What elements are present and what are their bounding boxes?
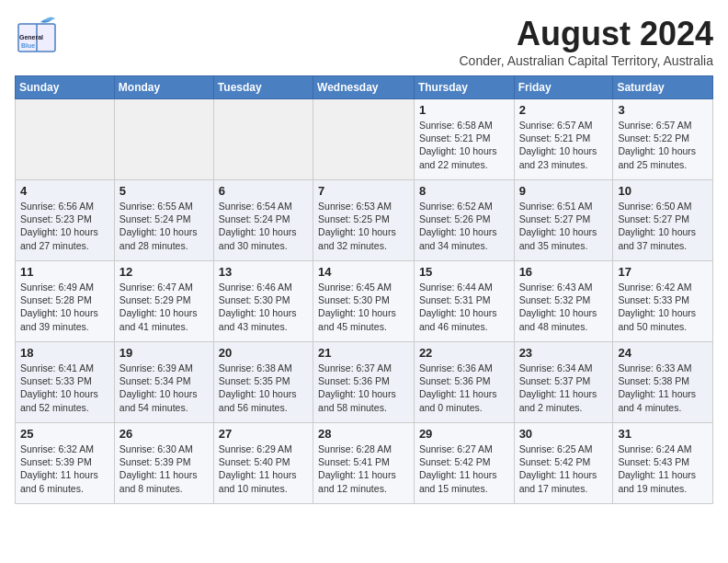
week-row-5: 25Sunrise: 6:32 AM Sunset: 5:39 PM Dayli… xyxy=(16,423,713,504)
day-cell: 24Sunrise: 6:33 AM Sunset: 5:38 PM Dayli… xyxy=(613,342,713,423)
weekday-friday: Friday xyxy=(514,76,613,99)
weekday-monday: Monday xyxy=(114,76,213,99)
day-cell: 15Sunrise: 6:44 AM Sunset: 5:31 PM Dayli… xyxy=(414,261,514,342)
weekday-wednesday: Wednesday xyxy=(313,76,415,99)
day-info: Sunrise: 6:45 AM Sunset: 5:30 PM Dayligh… xyxy=(318,281,409,333)
logo-icon: General Blue xyxy=(15,15,59,59)
svg-text:Blue: Blue xyxy=(21,42,35,49)
day-cell: 20Sunrise: 6:38 AM Sunset: 5:35 PM Dayli… xyxy=(213,342,313,423)
day-cell: 21Sunrise: 6:37 AM Sunset: 5:36 PM Dayli… xyxy=(313,342,415,423)
day-number: 24 xyxy=(618,346,708,360)
day-info: Sunrise: 6:58 AM Sunset: 5:21 PM Dayligh… xyxy=(419,119,509,171)
day-info: Sunrise: 6:56 AM Sunset: 5:23 PM Dayligh… xyxy=(20,200,109,252)
day-number: 9 xyxy=(519,184,609,198)
day-number: 28 xyxy=(318,427,409,441)
day-cell: 17Sunrise: 6:42 AM Sunset: 5:33 PM Dayli… xyxy=(613,261,713,342)
day-number: 1 xyxy=(419,103,509,117)
day-number: 25 xyxy=(20,427,109,441)
day-info: Sunrise: 6:53 AM Sunset: 5:25 PM Dayligh… xyxy=(318,200,409,252)
day-cell: 18Sunrise: 6:41 AM Sunset: 5:33 PM Dayli… xyxy=(16,342,115,423)
day-cell: 27Sunrise: 6:29 AM Sunset: 5:40 PM Dayli… xyxy=(213,423,313,504)
day-number: 19 xyxy=(119,346,209,360)
day-info: Sunrise: 6:43 AM Sunset: 5:32 PM Dayligh… xyxy=(519,281,609,333)
day-cell: 12Sunrise: 6:47 AM Sunset: 5:29 PM Dayli… xyxy=(114,261,213,342)
day-info: Sunrise: 6:51 AM Sunset: 5:27 PM Dayligh… xyxy=(519,200,609,252)
week-row-3: 11Sunrise: 6:49 AM Sunset: 5:28 PM Dayli… xyxy=(16,261,713,342)
day-info: Sunrise: 6:27 AM Sunset: 5:42 PM Dayligh… xyxy=(419,442,509,495)
day-info: Sunrise: 6:33 AM Sunset: 5:38 PM Dayligh… xyxy=(618,362,708,414)
day-cell xyxy=(114,99,213,180)
day-number: 13 xyxy=(219,265,308,279)
weekday-saturday: Saturday xyxy=(613,76,713,99)
day-info: Sunrise: 6:39 AM Sunset: 5:34 PM Dayligh… xyxy=(119,362,209,414)
day-info: Sunrise: 6:42 AM Sunset: 5:33 PM Dayligh… xyxy=(618,281,708,333)
day-info: Sunrise: 6:41 AM Sunset: 5:33 PM Dayligh… xyxy=(20,362,109,414)
day-info: Sunrise: 6:52 AM Sunset: 5:26 PM Dayligh… xyxy=(419,200,509,252)
day-cell: 5Sunrise: 6:55 AM Sunset: 5:24 PM Daylig… xyxy=(114,180,213,261)
day-info: Sunrise: 6:47 AM Sunset: 5:29 PM Dayligh… xyxy=(119,281,209,333)
day-number: 8 xyxy=(419,184,509,198)
day-info: Sunrise: 6:34 AM Sunset: 5:37 PM Dayligh… xyxy=(519,362,609,414)
week-row-4: 18Sunrise: 6:41 AM Sunset: 5:33 PM Dayli… xyxy=(16,342,713,423)
day-cell: 6Sunrise: 6:54 AM Sunset: 5:24 PM Daylig… xyxy=(213,180,313,261)
day-info: Sunrise: 6:28 AM Sunset: 5:41 PM Dayligh… xyxy=(318,442,409,495)
day-number: 3 xyxy=(618,103,708,117)
day-info: Sunrise: 6:32 AM Sunset: 5:39 PM Dayligh… xyxy=(20,442,109,495)
day-number: 31 xyxy=(618,427,708,441)
day-cell: 23Sunrise: 6:34 AM Sunset: 5:37 PM Dayli… xyxy=(514,342,613,423)
day-cell: 22Sunrise: 6:36 AM Sunset: 5:36 PM Dayli… xyxy=(414,342,514,423)
month-title: August 2024 xyxy=(459,15,713,53)
weekday-sunday: Sunday xyxy=(16,76,115,99)
day-info: Sunrise: 6:57 AM Sunset: 5:21 PM Dayligh… xyxy=(519,119,609,171)
day-info: Sunrise: 6:36 AM Sunset: 5:36 PM Dayligh… xyxy=(419,362,509,414)
day-number: 22 xyxy=(419,346,509,360)
day-cell: 9Sunrise: 6:51 AM Sunset: 5:27 PM Daylig… xyxy=(514,180,613,261)
calendar-body: 1Sunrise: 6:58 AM Sunset: 5:21 PM Daylig… xyxy=(16,99,713,504)
day-info: Sunrise: 6:25 AM Sunset: 5:42 PM Dayligh… xyxy=(519,442,609,495)
day-cell: 4Sunrise: 6:56 AM Sunset: 5:23 PM Daylig… xyxy=(16,180,115,261)
day-cell: 1Sunrise: 6:58 AM Sunset: 5:21 PM Daylig… xyxy=(414,99,514,180)
day-number: 21 xyxy=(318,346,409,360)
day-cell: 10Sunrise: 6:50 AM Sunset: 5:27 PM Dayli… xyxy=(613,180,713,261)
day-number: 7 xyxy=(318,184,409,198)
day-number: 17 xyxy=(618,265,708,279)
page-header: General Blue August 2024 Conder, Austral… xyxy=(15,15,713,68)
day-number: 23 xyxy=(519,346,609,360)
day-cell xyxy=(213,99,313,180)
day-info: Sunrise: 6:46 AM Sunset: 5:30 PM Dayligh… xyxy=(219,281,308,333)
day-number: 6 xyxy=(219,184,308,198)
week-row-2: 4Sunrise: 6:56 AM Sunset: 5:23 PM Daylig… xyxy=(16,180,713,261)
logo: General Blue xyxy=(15,15,59,59)
day-cell: 13Sunrise: 6:46 AM Sunset: 5:30 PM Dayli… xyxy=(213,261,313,342)
day-number: 27 xyxy=(219,427,308,441)
day-cell: 26Sunrise: 6:30 AM Sunset: 5:39 PM Dayli… xyxy=(114,423,213,504)
day-number: 26 xyxy=(119,427,209,441)
day-number: 4 xyxy=(20,184,109,198)
day-number: 18 xyxy=(20,346,109,360)
day-info: Sunrise: 6:37 AM Sunset: 5:36 PM Dayligh… xyxy=(318,362,409,414)
day-info: Sunrise: 6:50 AM Sunset: 5:27 PM Dayligh… xyxy=(618,200,708,252)
day-number: 10 xyxy=(618,184,708,198)
week-row-1: 1Sunrise: 6:58 AM Sunset: 5:21 PM Daylig… xyxy=(16,99,713,180)
subtitle: Conder, Australian Capital Territory, Au… xyxy=(459,53,713,68)
day-cell: 8Sunrise: 6:52 AM Sunset: 5:26 PM Daylig… xyxy=(414,180,514,261)
day-info: Sunrise: 6:55 AM Sunset: 5:24 PM Dayligh… xyxy=(119,200,209,252)
day-number: 5 xyxy=(119,184,209,198)
day-info: Sunrise: 6:30 AM Sunset: 5:39 PM Dayligh… xyxy=(119,442,209,495)
day-number: 2 xyxy=(519,103,609,117)
title-area: August 2024 Conder, Australian Capital T… xyxy=(459,15,713,68)
weekday-thursday: Thursday xyxy=(414,76,514,99)
day-cell: 16Sunrise: 6:43 AM Sunset: 5:32 PM Dayli… xyxy=(514,261,613,342)
day-number: 11 xyxy=(20,265,109,279)
day-number: 16 xyxy=(519,265,609,279)
day-cell: 7Sunrise: 6:53 AM Sunset: 5:25 PM Daylig… xyxy=(313,180,415,261)
svg-text:General: General xyxy=(19,34,43,40)
day-number: 15 xyxy=(419,265,509,279)
day-number: 12 xyxy=(119,265,209,279)
day-number: 30 xyxy=(519,427,609,441)
day-cell: 30Sunrise: 6:25 AM Sunset: 5:42 PM Dayli… xyxy=(514,423,613,504)
day-info: Sunrise: 6:38 AM Sunset: 5:35 PM Dayligh… xyxy=(219,362,308,414)
day-cell: 3Sunrise: 6:57 AM Sunset: 5:22 PM Daylig… xyxy=(613,99,713,180)
day-cell: 11Sunrise: 6:49 AM Sunset: 5:28 PM Dayli… xyxy=(16,261,115,342)
day-info: Sunrise: 6:24 AM Sunset: 5:43 PM Dayligh… xyxy=(618,442,708,495)
